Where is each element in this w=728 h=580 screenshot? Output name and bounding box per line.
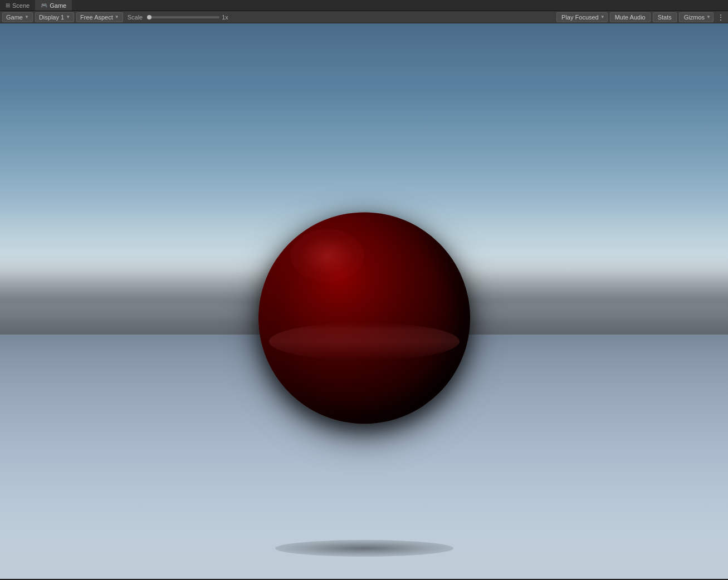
scene-icon: ⊞ <box>6 2 10 8</box>
scale-slider-thumb[interactable] <box>147 15 152 19</box>
tab-scene-label: Scene <box>12 2 30 9</box>
play-focused-button[interactable]: Play Focused ▼ <box>556 12 608 22</box>
toolbar-right: Play Focused ▼ Mute Audio Stats Gizmos ▼… <box>556 12 726 22</box>
stats-label: Stats <box>658 14 672 21</box>
sphere-shadow <box>275 540 453 557</box>
scale-slider[interactable] <box>147 16 219 18</box>
display-dropdown[interactable]: Display 1 ▼ <box>35 12 74 22</box>
tab-game-label: Game <box>50 2 66 9</box>
game-viewport <box>0 23 728 579</box>
mute-audio-button[interactable]: Mute Audio <box>610 12 651 22</box>
red-sphere <box>258 212 470 424</box>
toolbar: Game ▼ Display 1 ▼ Free Aspect ▼ Scale 1… <box>0 11 728 23</box>
scale-label: Scale <box>125 14 145 21</box>
display-dropdown-arrow-icon: ▼ <box>66 14 70 19</box>
gizmos-button[interactable]: Gizmos ▼ <box>679 12 714 22</box>
more-options-icon[interactable]: ⋮ <box>716 13 726 22</box>
play-focused-arrow-icon: ▼ <box>600 14 605 19</box>
aspect-dropdown[interactable]: Free Aspect ▼ <box>76 12 123 22</box>
mute-audio-label: Mute Audio <box>615 14 646 21</box>
tab-scene[interactable]: ⊞ Scene <box>0 0 35 11</box>
game-dropdown[interactable]: Game ▼ <box>2 12 33 22</box>
stats-button[interactable]: Stats <box>653 12 677 22</box>
sphere-reflection <box>269 322 460 360</box>
aspect-dropdown-label: Free Aspect <box>80 14 113 21</box>
tab-game[interactable]: 🎮 Game <box>35 0 72 11</box>
gizmos-arrow-icon: ▼ <box>706 14 711 19</box>
display-dropdown-label: Display 1 <box>39 14 64 21</box>
sphere-container <box>258 212 470 424</box>
tab-bar: ⊞ Scene 🎮 Game <box>0 0 728 11</box>
scale-value: 1x <box>222 14 228 21</box>
game-dropdown-arrow-icon: ▼ <box>25 14 29 19</box>
scale-control: Scale 1x <box>125 14 228 21</box>
game-dropdown-label: Game <box>6 14 23 21</box>
aspect-dropdown-arrow-icon: ▼ <box>115 14 119 19</box>
play-focused-label: Play Focused <box>561 14 599 21</box>
gizmos-label: Gizmos <box>684 14 705 21</box>
game-icon: 🎮 <box>41 2 47 8</box>
